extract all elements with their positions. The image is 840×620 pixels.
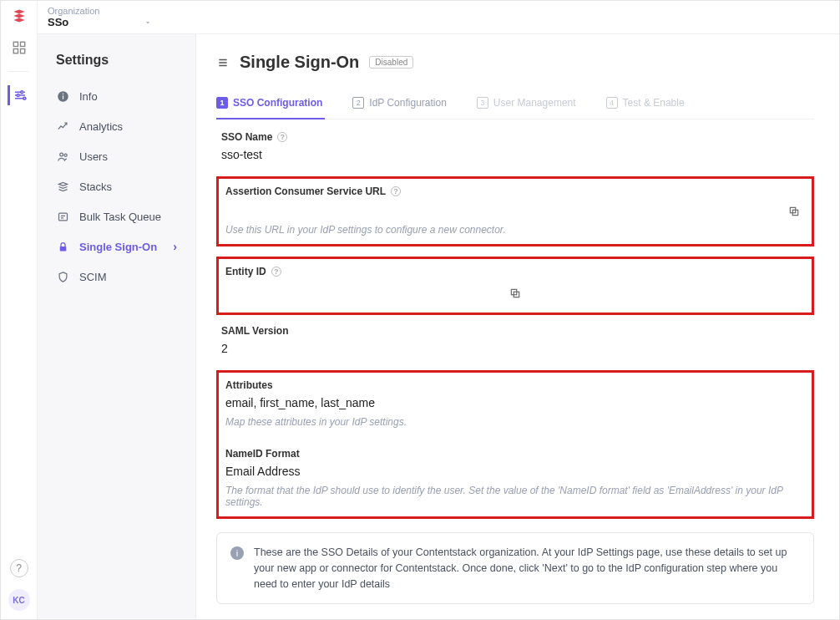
- copy-icon[interactable]: [509, 287, 521, 299]
- user-avatar[interactable]: KC: [8, 589, 30, 611]
- help-icon[interactable]: ?: [10, 559, 28, 577]
- tab-indicator: [216, 118, 325, 119]
- help-tooltip-icon[interactable]: ?: [277, 132, 287, 142]
- info-callout: i These are the SSO Details of your Cont…: [216, 532, 814, 604]
- left-rail: ? KC: [1, 1, 38, 619]
- tab-sso-config[interactable]: 1 SSO Configuration: [216, 90, 322, 119]
- org-value: SSo: [48, 16, 68, 28]
- tab-number: 1: [216, 97, 228, 109]
- highlight-entity-id: Entity ID ?: [216, 257, 814, 315]
- field-hint: The format that the IdP should use to id…: [225, 485, 805, 508]
- svg-rect-0: [13, 42, 18, 46]
- rail-divider: [8, 71, 30, 72]
- info-icon: i: [230, 546, 244, 560]
- svg-rect-9: [62, 93, 63, 94]
- sidebar-item-stacks[interactable]: Stacks: [38, 171, 195, 201]
- users-icon: [56, 150, 69, 163]
- lock-icon: [56, 240, 69, 253]
- sidebar-item-label: Info: [79, 90, 98, 103]
- page-header: Single Sign-On Disabled: [216, 53, 814, 72]
- svg-rect-13: [59, 246, 66, 251]
- sidebar-item-analytics[interactable]: Analytics: [38, 111, 195, 141]
- field-label-text: Entity ID: [225, 266, 266, 277]
- sidebar-item-label: SCIM: [79, 271, 107, 283]
- sidebar-item-label: Stacks: [79, 180, 112, 193]
- org-selector[interactable]: SSo: [48, 16, 152, 28]
- tab-user-mgmt: 3 User Management: [477, 90, 576, 119]
- chevron-right-icon: ›: [173, 240, 177, 253]
- field-label-text: SSO Name: [221, 131, 272, 143]
- info-icon: [56, 89, 69, 103]
- tab-number: 3: [477, 97, 488, 109]
- queue-icon: [56, 210, 69, 223]
- field-value: 2: [221, 342, 809, 355]
- field-saml-version: SAML Version 2: [216, 325, 814, 355]
- main-content: Single Sign-On Disabled 1 SSO Configurat…: [196, 34, 839, 619]
- chevron-down-icon: [144, 18, 152, 27]
- status-badge: Disabled: [369, 56, 413, 69]
- field-label-text: SAML Version: [221, 325, 288, 337]
- sidebar-item-bulk-queue[interactable]: Bulk Task Queue: [38, 201, 195, 231]
- tab-label: Test & Enable: [623, 97, 685, 109]
- rail-dashboard-icon[interactable]: [9, 38, 29, 58]
- tab-label: SSO Configuration: [233, 97, 322, 109]
- field-value: Email Address: [225, 465, 805, 478]
- sidebar-item-label: Bulk Task Queue: [79, 211, 161, 223]
- svg-rect-3: [20, 49, 24, 53]
- config-tabs: 1 SSO Configuration 2 IdP Configuration …: [216, 90, 814, 119]
- tab-label: IdP Configuration: [369, 97, 447, 109]
- tab-idp-config[interactable]: 2 IdP Configuration: [352, 90, 447, 119]
- field-sso-name: SSO Name ? sso-test: [216, 131, 814, 161]
- sidebar-item-label: Single Sign-On: [79, 241, 157, 253]
- field-hint: Map these attributes in your IdP setting…: [225, 416, 805, 428]
- sidebar-item-label: Users: [79, 150, 108, 163]
- sidebar-item-info[interactable]: Info: [38, 81, 195, 111]
- field-label-text: Assertion Consumer Service URL: [225, 185, 386, 197]
- hamburger-icon[interactable]: [216, 57, 230, 69]
- field-label-text: NameID Format: [225, 448, 300, 460]
- org-label: Organization: [48, 6, 152, 16]
- shield-icon: [56, 270, 69, 283]
- sidebar-item-sso[interactable]: Single Sign-On ›: [38, 231, 195, 262]
- settings-sidebar: Settings Info Analytics Users Stacks: [38, 34, 196, 619]
- svg-point-10: [59, 153, 63, 156]
- rail-settings-icon[interactable]: [8, 85, 28, 105]
- info-text: These are the SSO Details of your Conten…: [254, 545, 800, 592]
- tab-number: 4: [606, 97, 618, 109]
- topbar: Organization SSo: [38, 1, 839, 34]
- stacks-icon: [56, 180, 69, 193]
- help-tooltip-icon[interactable]: ?: [391, 186, 401, 196]
- sidebar-title: Settings: [38, 53, 195, 81]
- field-hint: Use this URL in your IdP settings to con…: [225, 224, 805, 236]
- highlight-acs-url: Assertion Consumer Service URL ? Use thi…: [216, 176, 814, 246]
- svg-point-5: [17, 94, 19, 97]
- svg-rect-2: [13, 49, 18, 53]
- svg-rect-12: [58, 213, 67, 221]
- svg-rect-1: [20, 42, 24, 46]
- tab-label: User Management: [493, 97, 576, 109]
- svg-point-4: [21, 91, 23, 94]
- tab-test-enable: 4 Test & Enable: [606, 90, 685, 119]
- sidebar-item-label: Analytics: [79, 120, 123, 133]
- svg-point-6: [23, 97, 26, 99]
- highlight-attributes-nameid: Attributes email, first_name, last_name …: [216, 370, 814, 519]
- page-title: Single Sign-On: [240, 53, 359, 72]
- svg-point-11: [64, 154, 67, 156]
- brand-logo-icon: [11, 8, 28, 24]
- sidebar-item-users[interactable]: Users: [38, 141, 195, 171]
- field-value: sso-test: [221, 148, 809, 161]
- field-value: email, first_name, last_name: [225, 396, 805, 409]
- help-tooltip-icon[interactable]: ?: [271, 267, 281, 277]
- sidebar-item-scim[interactable]: SCIM: [38, 262, 195, 292]
- tab-number: 2: [352, 97, 364, 109]
- copy-icon[interactable]: [788, 206, 800, 217]
- analytics-icon: [56, 119, 69, 133]
- field-label-text: Attributes: [225, 379, 273, 391]
- svg-rect-8: [62, 95, 63, 99]
